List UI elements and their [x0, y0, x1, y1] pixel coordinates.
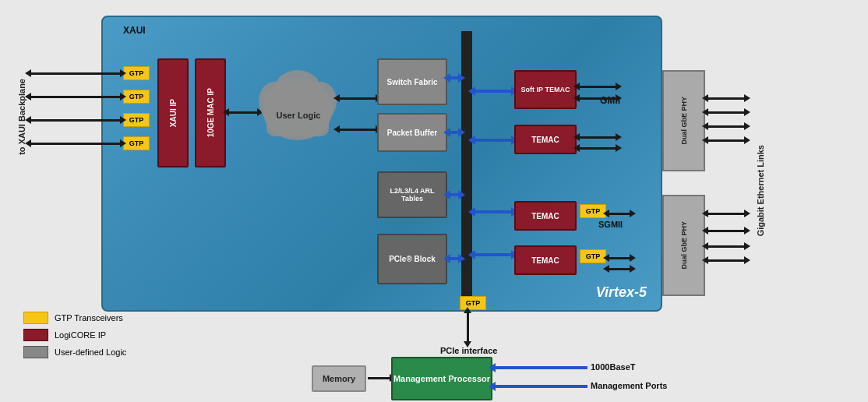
phy2-out-arrow2: [707, 230, 746, 232]
temac1-block: TEMAC: [514, 125, 577, 154]
gtp-box-6: GTP: [580, 249, 606, 263]
l2-l3-l4-block: L2/L3/L4 ARL Tables: [377, 171, 447, 218]
management-ports-label: Management Ports: [591, 381, 667, 390]
bar-to-temac3-arrow: [474, 253, 513, 256]
thousandbaset-label: 1000BaseT: [591, 362, 636, 372]
gtp-box-1: GTP: [123, 66, 150, 80]
legend-gtp: GTP Transceivers: [23, 312, 126, 324]
sgmii-label: SGMII: [598, 220, 623, 229]
gtp-box-5: GTP: [580, 204, 606, 218]
phy2-out-arrow1: [707, 213, 746, 215]
gtp-box-2: GTP: [123, 90, 150, 104]
phy1-out-arrow2: [707, 111, 746, 114]
legend-logicore: LogiCORE IP: [23, 329, 126, 341]
xaui-arrow-3: [30, 119, 122, 122]
phy1-out-arrow1: [707, 97, 746, 100]
xaui-arrow-1: [30, 72, 122, 75]
temac1-to-phy-arrow: [578, 136, 617, 139]
temac2-to-phy-arrow: [608, 213, 631, 215]
dual-gbe-phy-1: Dual GbE PHY: [662, 70, 705, 171]
xaui-arrow-2: [30, 96, 122, 98]
memory-block: Memory: [312, 365, 366, 392]
management-processor-block: Management Processor: [391, 357, 492, 400]
legend-gtp-color: [23, 312, 48, 324]
management-ports-arrow: [494, 385, 587, 388]
temac3-to-phy-arrow: [608, 257, 631, 259]
l2-bar-arrow: [449, 193, 460, 196]
pcie-interface-arrow: [467, 312, 469, 343]
temac1-to-phy-arrow2: [578, 147, 617, 150]
legend-userlogic-color: [23, 346, 48, 358]
legend-logicore-color: [23, 329, 48, 341]
xaui-arrow-4: [30, 143, 122, 145]
xaui-label: XAUI: [123, 25, 146, 36]
legend-userlogic: User-defined Logic: [23, 346, 126, 358]
thousandbaset-arrow: [494, 366, 587, 369]
sf-bar-arrow: [449, 76, 460, 79]
phy1-out-arrow3: [707, 125, 746, 128]
userlogic-to-packetbuffer-arrow: [338, 129, 377, 131]
xaui-ip-block: XAUI IP: [157, 58, 189, 168]
switch-fabric-block: Switch Fabric: [377, 58, 447, 105]
bar-to-temac2-arrow: [474, 210, 513, 213]
virtex-label: Virtex-5: [596, 284, 647, 301]
mac-ip-block: 10GE MAC IP: [195, 58, 226, 168]
memory-to-mgmt-arrow: [368, 377, 391, 379]
legend: GTP Transceivers LogiCORE IP User-define…: [23, 312, 126, 358]
temac3-block: TEMAC: [514, 245, 577, 275]
dual-gbe-phy-2: Dual GbE PHY: [662, 195, 705, 296]
userlogic-to-switchfabric-arrow: [338, 97, 377, 100]
gtp-box-4: GTP: [123, 136, 150, 150]
softip-to-phy-arrow2: [578, 97, 617, 100]
gigabit-ethernet-links-label: Gigabit Ethernet Links: [754, 70, 767, 312]
soft-ip-temac-block: Soft IP TEMAC: [514, 70, 577, 109]
temac3-to-phy-arrow2: [608, 268, 631, 270]
pcie-interface-label: PCIe interface: [440, 346, 497, 355]
switch-bus-bar: [461, 31, 472, 203]
softip-to-phy-arrow: [578, 86, 617, 88]
temac2-block: TEMAC: [514, 201, 577, 231]
main-diagram: Virtex-5 to XAUI Backplane XAUI GTP GTP …: [8, 8, 860, 394]
user-logic-container: User Logic: [259, 70, 337, 156]
pcie-bar-arrow: [449, 257, 460, 260]
mac-to-userlogic-arrow: [228, 111, 259, 114]
pcie-block: PCIe® Block: [377, 234, 447, 284]
pb-bar-arrow: [449, 131, 460, 134]
phy1-out-arrow4: [707, 139, 746, 142]
bar-to-softip-arrow: [474, 90, 513, 93]
gtp-box-3: GTP: [123, 113, 150, 127]
phy2-out-arrow4: [707, 259, 746, 262]
phy2-out-arrow3: [707, 245, 746, 248]
bar-to-temac1-arrow: [474, 139, 513, 142]
packet-buffer-block: Packet Buffer: [377, 113, 447, 152]
